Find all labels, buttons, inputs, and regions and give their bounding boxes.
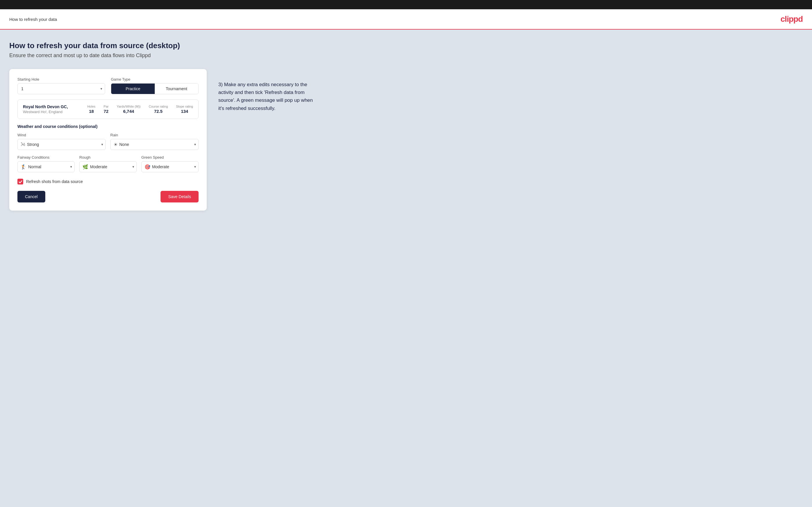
content-row: Starting Hole 1 2 10 ▾ Game Type Practic… <box>9 69 803 211</box>
holes-value: 18 <box>89 109 94 114</box>
green-speed-icon: 🎯 <box>145 164 150 170</box>
starting-hole-wrapper: 1 2 10 ▾ <box>17 83 105 94</box>
rough-label: Rough <box>79 155 137 160</box>
wind-select-wrapper: 🌬 Strong Calm Light Moderate ▾ <box>17 139 106 150</box>
tournament-button[interactable]: Tournament <box>155 83 198 94</box>
rough-icon: 🌿 <box>83 164 88 170</box>
save-button[interactable]: Save Details <box>160 191 199 203</box>
rough-select-wrapper: 🌿 Moderate Light Heavy ▾ <box>79 161 137 172</box>
wind-group: Wind 🌬 Strong Calm Light Moderate ▾ <box>17 133 106 150</box>
course-rating-stat: Course rating 72.5 <box>149 105 168 114</box>
top-bar <box>0 0 812 9</box>
game-type-label: Game Type <box>111 77 199 81</box>
header-title: How to refresh your data <box>9 17 57 22</box>
conditions-row-2: Fairway Conditions 🏌 Normal Soft Firm ▾ … <box>17 155 199 172</box>
fairway-label: Fairway Conditions <box>17 155 74 160</box>
green-speed-select-wrapper: 🎯 Moderate Slow Fast ▾ <box>141 161 199 172</box>
logo: clippd <box>781 14 803 24</box>
fairway-icon: 🏌 <box>20 164 27 170</box>
course-stats: Holes 18 Par 72 Yards/White (M)) 6,744 C… <box>87 105 193 114</box>
course-card: Royal North Devon GC, Westward Ho!, Engl… <box>17 100 199 119</box>
rain-group: Rain ☀ None Light Heavy ▾ <box>110 133 199 150</box>
header: How to refresh your data clippd <box>0 9 812 30</box>
slope-rating-stat: Slope rating 134 <box>176 105 193 114</box>
rain-select[interactable]: None Light Heavy <box>119 139 195 150</box>
par-stat: Par 72 <box>104 105 109 114</box>
slope-rating-label: Slope rating <box>176 105 193 108</box>
game-type-group: Game Type Practice Tournament <box>111 77 199 94</box>
form-top-row: Starting Hole 1 2 10 ▾ Game Type Practic… <box>17 77 199 94</box>
page-subheading: Ensure the correct and most up to date d… <box>9 53 803 59</box>
rain-select-wrapper: ☀ None Light Heavy ▾ <box>110 139 199 150</box>
main-content: How to refresh your data from source (de… <box>0 30 812 507</box>
page-heading: How to refresh your data from source (de… <box>9 41 803 50</box>
refresh-checkbox-row: Refresh shots from data source <box>17 179 199 184</box>
fairway-select[interactable]: Normal Soft Firm <box>28 162 71 172</box>
side-text-paragraph: 3) Make any extra edits necessary to the… <box>218 80 317 112</box>
cancel-button[interactable]: Cancel <box>17 191 45 203</box>
side-text: 3) Make any extra edits necessary to the… <box>218 69 317 112</box>
course-info: Royal North Devon GC, Westward Ho!, Engl… <box>23 104 68 114</box>
rain-label: Rain <box>110 133 199 137</box>
rough-group: Rough 🌿 Moderate Light Heavy ▾ <box>79 155 137 172</box>
yards-label: Yards/White (M)) <box>117 105 141 108</box>
course-location: Westward Ho!, England <box>23 110 68 114</box>
wind-icon: 🌬 <box>20 142 25 147</box>
slope-rating-value: 134 <box>181 109 188 114</box>
fairway-select-wrapper: 🏌 Normal Soft Firm ▾ <box>17 161 74 172</box>
course-rating-value: 72.5 <box>154 109 163 114</box>
starting-hole-label: Starting Hole <box>17 77 105 81</box>
yards-stat: Yards/White (M)) 6,744 <box>117 105 141 114</box>
par-label: Par <box>104 105 109 108</box>
holes-stat: Holes 18 <box>87 105 96 114</box>
course-name: Royal North Devon GC, <box>23 104 68 109</box>
starting-hole-group: Starting Hole 1 2 10 ▾ <box>17 77 105 94</box>
yards-value: 6,744 <box>123 109 134 114</box>
conditions-section-title: Weather and course conditions (optional) <box>17 124 199 129</box>
rough-select[interactable]: Moderate Light Heavy <box>90 162 133 172</box>
button-row: Cancel Save Details <box>17 191 199 203</box>
wind-label: Wind <box>17 133 106 137</box>
green-speed-label: Green Speed <box>141 155 199 160</box>
par-value: 72 <box>104 109 109 114</box>
conditions-row-1: Wind 🌬 Strong Calm Light Moderate ▾ Rain <box>17 133 199 150</box>
practice-button[interactable]: Practice <box>111 83 155 94</box>
form-panel: Starting Hole 1 2 10 ▾ Game Type Practic… <box>9 69 207 211</box>
fairway-group: Fairway Conditions 🏌 Normal Soft Firm ▾ <box>17 155 74 172</box>
rain-icon: ☀ <box>113 142 117 147</box>
holes-label: Holes <box>87 105 96 108</box>
course-rating-label: Course rating <box>149 105 168 108</box>
green-speed-select[interactable]: Moderate Slow Fast <box>152 162 195 172</box>
starting-hole-select[interactable]: 1 2 10 <box>17 83 105 94</box>
wind-select[interactable]: Strong Calm Light Moderate <box>27 139 102 150</box>
checkmark-icon <box>18 180 22 184</box>
refresh-checkbox[interactable] <box>17 179 23 184</box>
game-type-buttons: Practice Tournament <box>111 83 199 94</box>
green-speed-group: Green Speed 🎯 Moderate Slow Fast ▾ <box>141 155 199 172</box>
refresh-checkbox-label: Refresh shots from data source <box>26 179 83 184</box>
